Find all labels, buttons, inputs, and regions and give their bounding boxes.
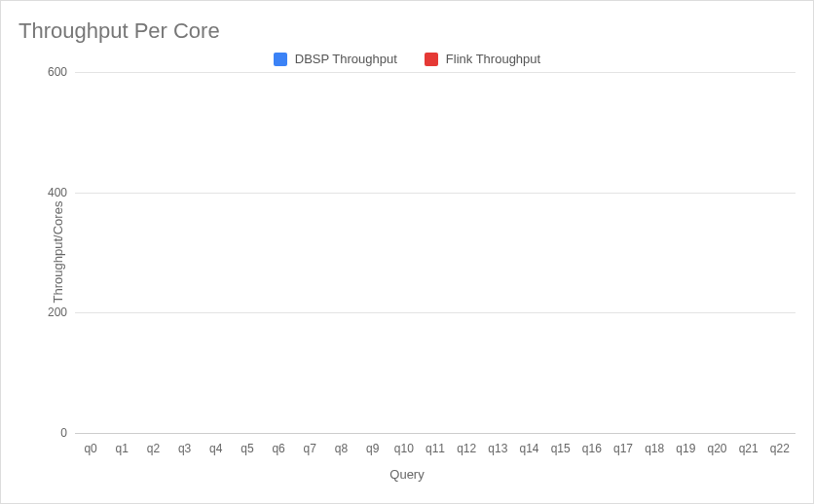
x-tick: q19 [670,442,701,455]
legend-item-dbsp: DBSP Throughput [274,52,397,66]
chart-frame: Throughput Per Core DBSP Throughput Flin… [0,0,814,504]
x-tick: q8 [325,442,356,455]
x-tick: q6 [263,442,294,455]
x-tick: q5 [232,442,263,455]
swatch-dbsp [274,53,287,66]
x-tick: q14 [513,442,544,455]
x-tick: q22 [764,442,796,455]
legend-item-flink: Flink Throughput [425,52,540,66]
legend-label-dbsp: DBSP Throughput [295,52,397,66]
y-tick: 200 [48,306,75,319]
x-tick: q18 [639,442,670,455]
grid-line [75,193,796,194]
plot-area: 0200400600 q0q1q2q3q4q5q6q7q8q9q10q11q12… [75,72,796,461]
y-tick: 600 [48,65,75,79]
legend: DBSP Throughput Flink Throughput [15,52,799,66]
x-tick: q2 [137,442,168,455]
x-tick: q1 [106,442,137,455]
legend-label-flink: Flink Throughput [446,52,540,66]
x-tick: q16 [576,442,608,455]
bar-groups [75,72,796,433]
swatch-flink [425,53,438,66]
chart-title: Throughput Per Core [18,18,799,44]
y-tick: 0 [60,426,75,440]
x-tick: q9 [357,442,388,455]
x-tick: q4 [201,442,232,455]
x-tick: q11 [420,442,451,455]
x-tick: q20 [701,442,732,455]
x-tick: q15 [545,442,576,455]
x-tick: q13 [482,442,513,455]
x-tick: q0 [75,442,106,455]
x-tick: q7 [294,442,325,455]
x-ticks: q0q1q2q3q4q5q6q7q8q9q10q11q12q13q14q15q1… [75,442,796,455]
x-axis-label: Query [15,467,799,482]
x-tick: q17 [608,442,639,455]
x-tick: q10 [388,442,420,455]
grid-line [75,72,796,73]
y-tick: 400 [48,186,75,199]
grid-line [75,312,796,313]
x-tick: q21 [733,442,764,455]
x-tick: q12 [451,442,482,455]
plot: 0200400600 [75,72,796,434]
y-axis-label: Throughput/Cores [51,201,65,304]
x-tick: q3 [169,442,201,455]
